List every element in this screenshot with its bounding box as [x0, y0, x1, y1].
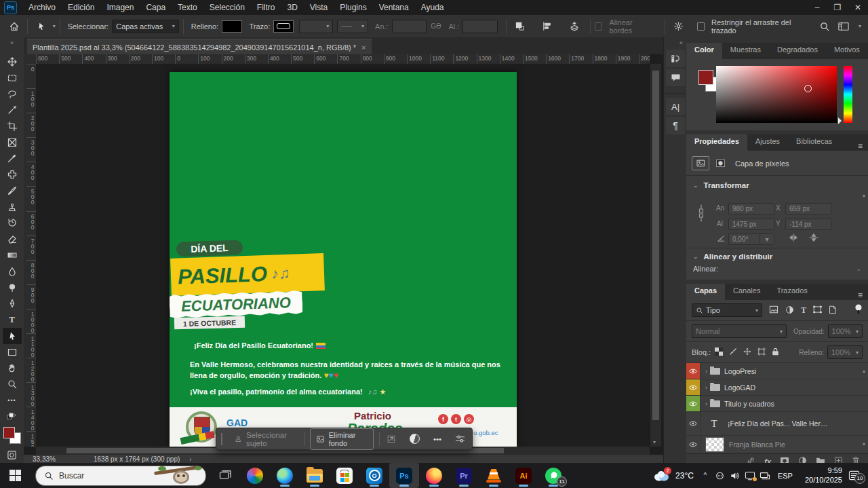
vlc-icon[interactable]: [479, 463, 509, 488]
contextual-task-bar[interactable]: Seleccionar sujeto Eliminar fondo •••: [216, 428, 473, 450]
taskbar-search[interactable]: Buscar: [35, 466, 206, 486]
menu-item[interactable]: Texto: [172, 0, 203, 15]
hue-slider-arrow[interactable]: [838, 117, 845, 124]
dodge-tool[interactable]: [3, 280, 22, 296]
properties-scroll-up-icon[interactable]: ▴: [863, 192, 865, 198]
layer-name[interactable]: LogoPresi: [724, 367, 756, 375]
align-expand-icon[interactable]: ⌄: [856, 265, 861, 272]
ruler-corner[interactable]: [24, 54, 37, 64]
tool-preset-chevron-icon[interactable]: ▾: [53, 23, 56, 29]
foreground-color-swatch[interactable]: [3, 427, 15, 438]
menu-item[interactable]: Ayuda: [415, 0, 450, 15]
visibility-eye-icon[interactable]: [686, 436, 701, 453]
adjustments-icon[interactable]: [403, 428, 427, 449]
group-expand-icon[interactable]: ›: [705, 384, 707, 391]
properties-panel-menu-icon[interactable]: ≡: [858, 141, 868, 151]
gradient-tool[interactable]: [3, 247, 22, 263]
lasso-tool[interactable]: [3, 86, 22, 102]
restore-button[interactable]: ❐: [827, 0, 848, 15]
firefox-icon[interactable]: [419, 463, 449, 488]
eyedropper-tool[interactable]: [3, 151, 22, 167]
type-tool[interactable]: T: [3, 312, 22, 328]
flip-vertical-icon[interactable]: [808, 233, 819, 244]
outlook-icon[interactable]: O: [359, 463, 389, 488]
vertical-ruler[interactable]: 0100200300400500600700800900100011001200…: [24, 64, 37, 447]
menu-item[interactable]: Selección: [203, 0, 251, 15]
layer-row-logogad[interactable]: › LogoGAD: [686, 379, 868, 396]
language-indicator[interactable]: ESP: [778, 472, 793, 480]
status-more-icon[interactable]: ›: [189, 455, 191, 463]
mask-icon[interactable]: [712, 157, 728, 170]
menu-item[interactable]: Imagen: [100, 0, 140, 15]
color-field-cursor[interactable]: [804, 85, 812, 92]
weather-temp[interactable]: 23°C: [675, 471, 694, 481]
tab-motivos[interactable]: Motivos: [826, 43, 868, 59]
copilot-icon[interactable]: [240, 463, 270, 488]
file-explorer-icon[interactable]: [300, 463, 330, 488]
character-panel-icon[interactable]: A|: [666, 98, 685, 115]
select-mode-dropdown[interactable]: Capas activas▾: [112, 20, 179, 33]
link-dimensions-icon[interactable]: GƏ: [431, 22, 441, 30]
group-expand-icon[interactable]: ›: [705, 400, 707, 407]
layers-scroll-down-icon[interactable]: ▾: [863, 441, 865, 447]
group-expand-icon[interactable]: ›: [705, 368, 707, 375]
tab-ajustes[interactable]: Ajustes: [747, 134, 788, 151]
store-icon[interactable]: [330, 463, 359, 488]
transform-collapse-icon[interactable]: ⌄: [693, 182, 698, 189]
filter-type-icon[interactable]: T: [801, 305, 806, 316]
tab-canales[interactable]: Canales: [725, 284, 768, 300]
rectangle-tool[interactable]: [3, 344, 22, 360]
lock-transparency-icon[interactable]: [715, 348, 723, 357]
visibility-eye-icon[interactable]: [686, 396, 701, 411]
task-view-button[interactable]: [210, 463, 240, 488]
illustrator-icon[interactable]: Ai: [509, 463, 538, 488]
layer-filter-dropdown[interactable]: Tipo▾: [692, 303, 762, 317]
fill-swatch[interactable]: [222, 20, 242, 33]
pen-tool[interactable]: [3, 295, 22, 312]
search-icon[interactable]: [815, 18, 834, 35]
lock-all-icon[interactable]: [772, 348, 779, 357]
workspace-switcher-icon[interactable]: [834, 18, 853, 35]
hand-tool[interactable]: [3, 360, 22, 376]
stroke-swatch[interactable]: [273, 20, 294, 33]
voice-access-icon[interactable]: [713, 466, 728, 486]
edge-icon[interactable]: [270, 463, 300, 488]
premiere-icon[interactable]: Pr: [449, 463, 479, 488]
vertical-scrollbar[interactable]: ▾: [650, 64, 661, 447]
menu-item[interactable]: 3D: [281, 0, 303, 15]
lock-position-icon[interactable]: [743, 348, 751, 357]
tab-degradados[interactable]: Degradados: [769, 43, 826, 59]
speaker-icon[interactable]: [728, 466, 743, 486]
toolbar-collapse-icon[interactable]: »: [10, 37, 14, 48]
minimize-button[interactable]: –: [807, 0, 827, 15]
path-alignment-icon[interactable]: [538, 18, 555, 35]
menu-item[interactable]: Vista: [304, 0, 334, 15]
lock-pixels-icon[interactable]: [729, 348, 737, 357]
layers-scroll-up-icon[interactable]: ▴: [863, 368, 865, 374]
menu-item[interactable]: Capa: [140, 0, 172, 15]
flip-horizontal-icon[interactable]: [788, 233, 799, 244]
start-button[interactable]: [0, 463, 30, 488]
filter-adjustment-icon[interactable]: [785, 305, 794, 316]
tab-close-icon[interactable]: ×: [361, 43, 366, 52]
close-button[interactable]: ✕: [848, 0, 868, 15]
lock-artboard-icon[interactable]: [757, 348, 766, 357]
horizontal-ruler[interactable]: 6005004003002001000100200300400500600700…: [36, 54, 650, 64]
foreground-background-swatches[interactable]: [3, 427, 21, 445]
drag-handle[interactable]: [221, 433, 224, 445]
brush-tool[interactable]: [3, 183, 22, 199]
filter-smart-object-icon[interactable]: [829, 305, 837, 316]
layer-name[interactable]: Franja Blanca Pie: [729, 440, 785, 449]
photoshop-taskbar-icon[interactable]: Ps: [389, 463, 419, 488]
move-tool-preset-icon[interactable]: [32, 18, 50, 35]
hue-slider[interactable]: [844, 66, 852, 123]
document-tab[interactable]: Plantilla 2025.psd al 33,3% (504664122_5…: [27, 39, 372, 55]
network-display-icon[interactable]: [757, 466, 772, 486]
pixel-layer-icon[interactable]: [692, 156, 709, 170]
constrain-path-checkbox[interactable]: [697, 22, 705, 31]
tab-muestras[interactable]: Muestras: [722, 43, 769, 59]
properties-sliders-icon[interactable]: [448, 428, 472, 449]
weather-icon[interactable]: 2: [651, 466, 671, 486]
marquee-tool[interactable]: [3, 70, 22, 86]
filter-toggle-icon[interactable]: [854, 303, 863, 317]
